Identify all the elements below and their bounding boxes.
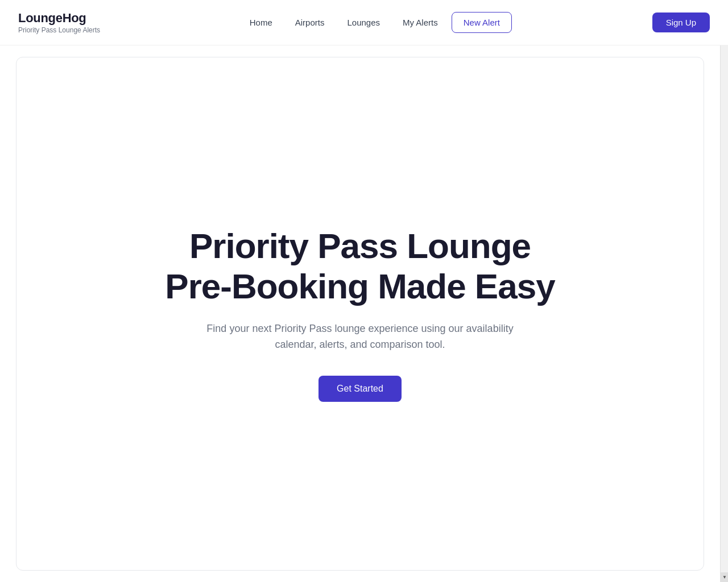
main-content: Priority Pass Lounge Pre-Booking Made Ea… — [0, 45, 720, 582]
scrollbar[interactable]: ▲ ▼ — [720, 0, 728, 582]
navbar-right: Sign Up — [652, 13, 710, 32]
brand-subtitle: Priority Pass Lounge Alerts — [18, 26, 100, 34]
hero-section: Priority Pass Lounge Pre-Booking Made Ea… — [16, 57, 704, 571]
hero-title: Priority Pass Lounge Pre-Booking Made Ea… — [161, 226, 559, 307]
signup-button[interactable]: Sign Up — [652, 13, 710, 32]
nav-item-my-alerts[interactable]: My Alerts — [394, 13, 447, 32]
new-alert-button[interactable]: New Alert — [452, 12, 512, 33]
scrollbar-arrow-down[interactable]: ▼ — [721, 572, 728, 582]
brand-logo[interactable]: LoungeHog Priority Pass Lounge Alerts — [18, 11, 100, 34]
hero-subtitle: Find your next Priority Pass lounge expe… — [204, 321, 516, 354]
nav-links: Home Airports Lounges My Alerts New Aler… — [100, 12, 652, 33]
get-started-button[interactable]: Get Started — [318, 376, 402, 402]
nav-item-airports[interactable]: Airports — [286, 13, 334, 32]
navbar: LoungeHog Priority Pass Lounge Alerts Ho… — [0, 0, 728, 45]
nav-item-lounges[interactable]: Lounges — [338, 13, 389, 32]
brand-title: LoungeHog — [18, 11, 100, 26]
nav-item-home[interactable]: Home — [241, 13, 282, 32]
